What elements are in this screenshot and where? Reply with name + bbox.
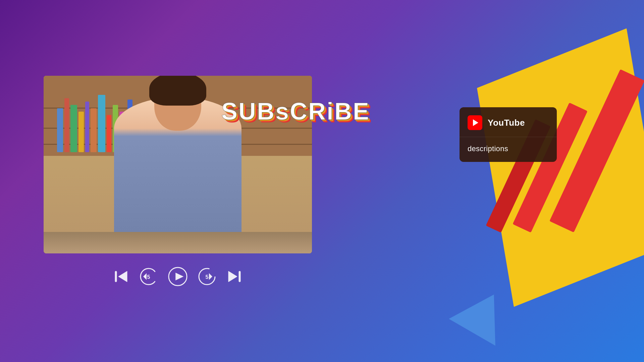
svg-marker-9 — [209, 273, 212, 280]
subscribe-main-text: SUBsCRiBE — [221, 98, 370, 125]
svg-marker-7 — [175, 273, 183, 280]
desk-area — [44, 232, 312, 253]
yellow-shape — [441, 6, 644, 329]
svg-text:5: 5 — [147, 274, 150, 280]
rewind-5-button[interactable]: 5 — [139, 267, 158, 286]
svg-marker-3 — [143, 273, 147, 280]
svg-marker-12 — [228, 271, 237, 282]
rewind-5-icon: 5 — [139, 267, 158, 286]
youtube-card-header: YouTube — [460, 107, 557, 137]
youtube-play-icon — [473, 119, 478, 126]
video-wrapper: SUBsCRiBE SUBsCRiBE SUBsCRiBE SUBsCRiBE — [44, 76, 312, 253]
svg-text:5: 5 — [206, 274, 209, 280]
youtube-card-body: descriptions — [460, 137, 557, 162]
player-container: SUBsCRiBE SUBsCRiBE SUBsCRiBE SUBsCRiBE — [0, 0, 356, 362]
background-shapes — [342, 0, 644, 362]
svg-rect-0 — [115, 271, 117, 282]
youtube-description: descriptions — [468, 144, 508, 153]
person-hair — [149, 76, 206, 106]
playback-controls: 5 5 — [113, 267, 243, 286]
next-icon — [226, 268, 243, 285]
next-track-button[interactable] — [226, 268, 243, 285]
youtube-card[interactable]: YouTube descriptions — [460, 107, 557, 162]
forward-5-icon: 5 — [198, 267, 216, 286]
svg-marker-1 — [118, 271, 127, 282]
youtube-logo — [468, 115, 482, 130]
red-stripe-1 — [549, 69, 644, 233]
svg-rect-11 — [239, 271, 240, 282]
forward-5-button[interactable]: 5 — [198, 267, 216, 286]
prev-track-button[interactable] — [113, 268, 129, 285]
prev-icon — [113, 268, 129, 285]
blue-arrow-shape — [449, 281, 517, 346]
play-icon — [168, 267, 187, 286]
subscribe-overlay: SUBsCRiBE SUBsCRiBE SUBsCRiBE SUBsCRiBE — [221, 99, 370, 123]
youtube-title: YouTube — [488, 118, 525, 128]
play-pause-button[interactable] — [168, 267, 187, 286]
person-head — [154, 77, 201, 131]
